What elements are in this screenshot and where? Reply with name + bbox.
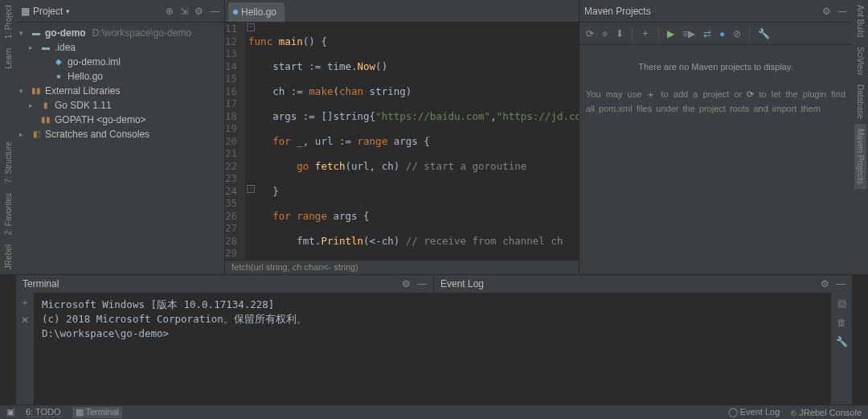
editor-tabs: Hello.go <box>225 0 579 23</box>
rail-learn[interactable]: Learn <box>2 43 14 74</box>
rail-database[interactable]: Database <box>854 80 866 124</box>
eventlog-title: Event Log <box>440 278 821 290</box>
tab-hello-go[interactable]: Hello.go <box>228 2 285 22</box>
sdk-icon: ▮ <box>40 98 51 113</box>
gear-icon[interactable]: ⚙ <box>402 278 411 290</box>
terminal-title: Terminal <box>23 278 402 290</box>
rail-maven[interactable]: Maven Projects <box>854 124 866 189</box>
toggle-icon[interactable]: ⇄ <box>703 28 711 39</box>
terminal-panel: Terminal ⚙ — ＋ ✕ Microsoft Windows [版本 1… <box>16 275 434 405</box>
hide-icon[interactable]: — <box>210 6 219 17</box>
refresh-icon[interactable]: ⟳ <box>586 28 594 39</box>
terminal-output[interactable]: Microsoft Windows [版本 10.0.17134.228] (c… <box>34 293 433 405</box>
go-file-icon <box>233 10 238 14</box>
breadcrumb[interactable]: fetch(url string, ch chan<- string) <box>225 260 579 274</box>
settings-icon[interactable]: 🔧 <box>836 336 848 347</box>
rail-structure[interactable]: 7: Structure <box>2 137 14 188</box>
add-icon[interactable]: ＋ <box>646 89 656 99</box>
gear-icon[interactable]: ⚙ <box>194 6 203 17</box>
status-eventlog[interactable]: ◯ Event Log <box>728 407 780 417</box>
status-collapse-icon[interactable]: ▣ <box>6 407 14 417</box>
offline-icon[interactable]: ● <box>719 28 725 39</box>
hide-icon[interactable]: — <box>836 278 845 290</box>
status-todo[interactable]: 6: TODO <box>26 407 61 417</box>
execute-icon[interactable]: ≡▶ <box>682 28 695 39</box>
gear-icon[interactable]: ⚙ <box>822 6 831 17</box>
generate-icon[interactable]: ⎆ <box>602 28 608 39</box>
eventlog-panel: Event Log ⚙ — ▤ 🗑 🔧 <box>434 275 852 405</box>
rail-antbuild[interactable]: Ant Build <box>854 0 866 42</box>
hide-icon[interactable]: — <box>837 6 847 17</box>
project-title: Project <box>33 6 63 17</box>
project-tree[interactable]: ▾▬go-demoD:\workspace\go-demo ▸▬.idea ◆g… <box>16 23 224 145</box>
status-terminal[interactable]: ▩ Terminal <box>72 407 122 418</box>
fold-marker[interactable]: − <box>247 185 255 193</box>
library-icon: ▮▮ <box>31 84 42 98</box>
line-gutter: 1112131415161718192021222324352627282930 <box>225 23 245 260</box>
collapse-icon[interactable]: ⇲ <box>180 6 188 17</box>
clear-icon[interactable]: 🗑 <box>837 317 846 328</box>
project-panel: ▦ Project ▾ ⊕ ⇲ ⚙ — ▾▬go-demoD:\workspac… <box>16 0 225 274</box>
hide-icon[interactable]: — <box>417 278 427 290</box>
rail-sciview[interactable]: SciView <box>854 42 866 80</box>
download-icon[interactable]: ⬇ <box>616 28 624 39</box>
run-icon[interactable]: ▶ <box>667 28 674 39</box>
maven-title: Maven Projects <box>584 6 822 17</box>
target-icon[interactable]: ⊕ <box>166 6 174 17</box>
code-editor[interactable]: 1112131415161718192021222324352627282930… <box>225 23 579 260</box>
gear-icon[interactable]: ⚙ <box>821 278 829 290</box>
maven-toolbar: ⟳ ⎆ ⬇ ＋ ▶ ≡▶ ⇄ ● ⊘ 🔧 <box>579 23 852 45</box>
folder-icon: ▦ <box>21 6 30 17</box>
status-bar: ▣ 6: TODO ▩ Terminal ◯ Event Log ⎋ JRebe… <box>0 405 868 419</box>
folder-icon: ▬ <box>31 26 42 40</box>
file-icon: ◆ <box>53 55 64 69</box>
rail-project[interactable]: 1: Project <box>2 0 14 43</box>
go-file-icon: ● <box>53 69 64 84</box>
status-jrebel[interactable]: ⎋ JRebel Console <box>791 408 862 417</box>
skip-icon[interactable]: ⊘ <box>733 28 741 39</box>
gopath-icon: ▮▮ <box>40 113 51 127</box>
new-session-icon[interactable]: ＋ <box>20 296 30 310</box>
rail-jrebel[interactable]: JRebel <box>2 240 14 274</box>
mark-read-icon[interactable]: ▤ <box>837 298 846 309</box>
maven-empty-text: There are no Maven projects to display. <box>586 60 845 74</box>
fold-marker[interactable]: − <box>247 23 255 31</box>
folder-icon: ▬ <box>40 40 51 55</box>
close-session-icon[interactable]: ✕ <box>21 314 29 326</box>
rail-favorites[interactable]: 2: Favorites <box>2 188 14 240</box>
maven-panel: Maven Projects ⚙ — ⟳ ⎆ ⬇ ＋ ▶ ≡▶ ⇄ ● ⊘ 🔧 … <box>579 0 852 274</box>
add-icon[interactable]: ＋ <box>641 27 650 40</box>
wrench-icon[interactable]: 🔧 <box>758 28 770 39</box>
scratches-icon: ◧ <box>31 127 42 142</box>
maven-help-text: You may use ＋ to add a project or ⟳ to l… <box>586 87 845 116</box>
